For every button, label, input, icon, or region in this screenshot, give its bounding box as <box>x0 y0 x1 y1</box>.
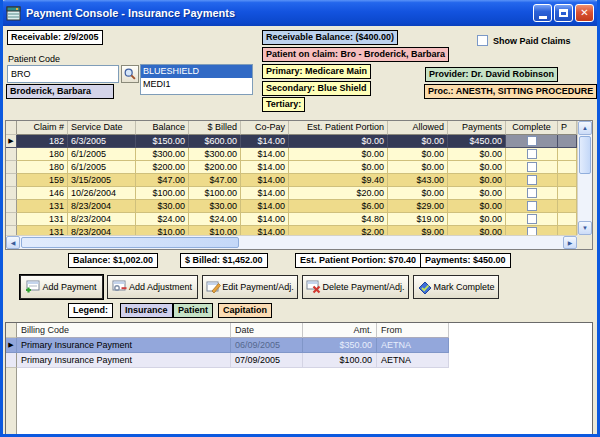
minimize-button[interactable] <box>533 4 552 22</box>
claims-grid-body: ▶1826/3/2005$150.00$600.00$14.00$0.00$0.… <box>6 135 592 235</box>
add-payment-button[interactable]: Add Payment <box>20 275 103 299</box>
complete-checkbox[interactable] <box>527 214 537 224</box>
cell-est: $6.00 <box>289 200 388 213</box>
add-adjustment-icon <box>111 280 127 294</box>
cell-date: 3/15/2005 <box>68 174 136 187</box>
show-paid-claims-checkbox[interactable] <box>477 35 488 46</box>
cell-balance: $200.00 <box>136 161 189 174</box>
complete-checkbox[interactable] <box>527 188 537 198</box>
claims-row[interactable]: 14610/26/2004$100.00$100.00$14.00$20.00$… <box>6 187 592 200</box>
vertical-scrollbar[interactable]: ▲ ▼ <box>577 121 592 235</box>
scroll-down-button[interactable]: ▼ <box>578 221 592 235</box>
from-cell: AETNA <box>377 353 449 368</box>
legend-patient: Patient <box>173 303 213 318</box>
column-header--billed[interactable]: $ Billed <box>189 121 241 135</box>
cell-claim: 131 <box>17 213 68 226</box>
cell-copay: $14.00 <box>241 148 289 161</box>
complete-checkbox[interactable] <box>527 227 537 235</box>
payment-row[interactable]: ▶ Primary Insurance Payment 06/09/2005 $… <box>6 338 592 353</box>
patient-on-claim-box: Patient on claim: Bro - Broderick, Barba… <box>262 47 449 62</box>
cell-copay: $14.00 <box>241 174 289 187</box>
row-selector <box>6 161 17 174</box>
show-paid-claims-label: Show Paid Claims <box>493 36 571 46</box>
maximize-button[interactable] <box>554 4 573 22</box>
scrollbar-corner <box>577 235 592 249</box>
cell-p <box>558 148 577 161</box>
cell-billed: $100.00 <box>189 187 241 200</box>
column-header-allowed[interactable]: Allowed <box>388 121 448 135</box>
provider-box: Provider: Dr. David Robinson <box>425 67 558 82</box>
cell-payments: $0.00 <box>448 174 506 187</box>
from-header[interactable]: From <box>377 323 449 338</box>
titlebar[interactable]: Payment Console - Insurance Payments ✕ <box>0 0 600 26</box>
cell-est: $0.00 <box>289 161 388 174</box>
column-header-p[interactable]: P <box>558 121 577 135</box>
edit-payment-button[interactable]: Edit Payment/Adj. <box>202 275 298 299</box>
delete-payment-button[interactable]: Delete Payment/Adj. <box>302 275 409 299</box>
claims-row[interactable]: 1318/23/2004$10.00$10.00$14.00$2.00$9.00… <box>6 226 592 235</box>
cell-p <box>558 213 577 226</box>
row-selector <box>6 200 17 213</box>
horizontal-scroll-thumb[interactable] <box>21 237 239 248</box>
column-header-co-pay[interactable]: Co-Pay <box>241 121 289 135</box>
cell-allowed: $29.00 <box>388 200 448 213</box>
patient-code-input[interactable] <box>7 65 119 83</box>
summary-billed: $ Billed: $1,452.00 <box>180 253 268 268</box>
scroll-right-button[interactable]: ▶ <box>563 236 577 249</box>
column-header-balance[interactable]: Balance <box>136 121 189 135</box>
complete-checkbox[interactable] <box>527 201 537 211</box>
insurance-plan-item[interactable]: BLUESHIELD <box>141 65 252 78</box>
mark-complete-button[interactable]: Mark Complete <box>413 275 499 299</box>
cell-payments: $0.00 <box>448 148 506 161</box>
horizontal-scrollbar[interactable]: ◀ ▶ <box>6 235 577 249</box>
date-cell: 07/09/2005 <box>231 353 303 368</box>
cell-claim: 180 <box>17 161 68 174</box>
insurance-listbox[interactable]: BLUESHIELDMEDI1 <box>140 64 253 95</box>
add-adjustment-button[interactable]: Add Adjustment <box>107 275 198 299</box>
billing-code-cell: Primary Insurance Payment <box>17 338 231 353</box>
column-header-complete[interactable]: Complete <box>506 121 558 135</box>
cell-billed: $30.00 <box>189 200 241 213</box>
scroll-left-button[interactable]: ◀ <box>6 236 20 249</box>
patient-search-button[interactable] <box>121 65 139 83</box>
date-header[interactable]: Date <box>231 323 303 338</box>
claims-row[interactable]: 1318/23/2004$30.00$30.00$14.00$6.00$29.0… <box>6 200 592 213</box>
close-icon: ✕ <box>580 8 588 18</box>
billing-code-header[interactable]: Billing Code <box>17 323 231 338</box>
insurance-plan-item[interactable]: MEDI1 <box>141 78 252 91</box>
complete-checkbox[interactable] <box>527 149 537 159</box>
complete-checkbox[interactable] <box>527 136 537 146</box>
close-button[interactable]: ✕ <box>575 4 594 22</box>
cell-copay: $14.00 <box>241 226 289 235</box>
claims-row[interactable]: ▶1826/3/2005$150.00$600.00$14.00$0.00$0.… <box>6 135 592 148</box>
cell-complete <box>506 174 558 187</box>
payment-console-window: Payment Console - Insurance Payments ✕ R… <box>0 0 600 437</box>
column-header-payments[interactable]: Payments <box>448 121 506 135</box>
scroll-up-button[interactable]: ▲ <box>578 121 592 135</box>
payment-row[interactable]: Primary Insurance Payment 07/09/2005 $10… <box>6 353 592 368</box>
billing-code-cell: Primary Insurance Payment <box>17 353 231 368</box>
claims-row[interactable]: 1806/1/2005$200.00$200.00$14.00$0.00$0.0… <box>6 161 592 174</box>
amt-header[interactable]: Amt. <box>303 323 377 338</box>
complete-checkbox[interactable] <box>527 162 537 172</box>
cell-date: 6/1/2005 <box>68 161 136 174</box>
cell-balance: $300.00 <box>136 148 189 161</box>
cell-allowed: $43.00 <box>388 174 448 187</box>
receivable-balance-box: Receivable Balance: ($400.00) <box>262 30 398 45</box>
claims-row[interactable]: 1318/23/2004$24.00$24.00$14.00$4.80$19.0… <box>6 213 592 226</box>
cell-allowed: $0.00 <box>388 161 448 174</box>
cell-complete <box>506 226 558 235</box>
row-selector-strip <box>6 368 17 434</box>
cell-date: 8/23/2004 <box>68 226 136 235</box>
column-header-est-patient-portion[interactable]: Est. Patient Portion <box>289 121 388 135</box>
claims-row[interactable]: 1593/15/2005$47.00$47.00$14.00$9.40$43.0… <box>6 174 592 187</box>
patient-code-label: Patient Code <box>8 54 60 64</box>
cell-balance: $24.00 <box>136 213 189 226</box>
complete-checkbox[interactable] <box>527 175 537 185</box>
cell-claim: 131 <box>17 200 68 213</box>
vertical-scroll-thumb[interactable] <box>579 136 591 174</box>
column-header-service-date[interactable]: Service Date <box>68 121 136 135</box>
claims-row[interactable]: 1806/1/2005$300.00$300.00$14.00$0.00$0.0… <box>6 148 592 161</box>
column-header-claim-[interactable]: Claim # <box>17 121 68 135</box>
row-selector <box>6 353 17 368</box>
